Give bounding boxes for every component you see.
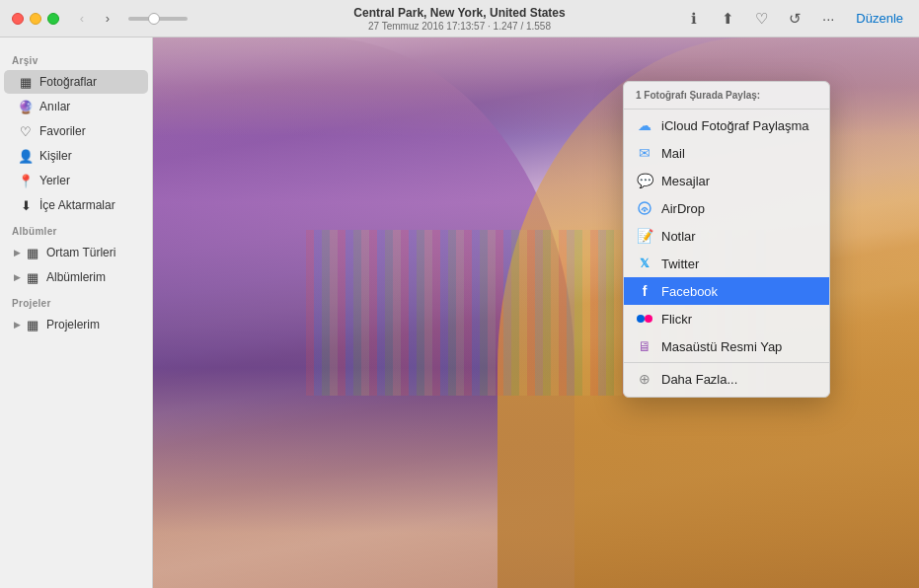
sidebar-item-label-ice-aktarmalar: İçe Aktarmalar <box>39 198 115 212</box>
menu-item-flickr[interactable]: Flickr <box>624 305 829 332</box>
sidebar-group-ortam-turleri[interactable]: ▶ ▦ Ortam Türleri <box>4 241 148 264</box>
photo-location: Central Park, New York, United States <box>353 6 565 20</box>
meta-separator: · <box>488 21 494 32</box>
more-icon[interactable]: ··· <box>814 5 842 33</box>
menu-item-label-icloud: iCloud Fotoğraf Paylaşma <box>661 118 809 133</box>
zoom-track <box>128 17 188 21</box>
sidebar-item-label-anilar: Anılar <box>39 100 70 113</box>
maximize-button[interactable] <box>47 13 59 25</box>
sidebar-group-albumlerim[interactable]: ▶ ▦ Albümlerim <box>4 265 148 289</box>
sidebar-item-ice-aktarmalar[interactable]: ⬇ İçe Aktarmalar <box>4 193 148 217</box>
section-arsiv: Arşiv <box>0 47 152 69</box>
ice-aktarmalar-icon: ⬇ <box>18 197 34 213</box>
menu-item-icloud[interactable]: ☁ iCloud Fotoğraf Paylaşma <box>624 111 829 139</box>
menu-item-notlar[interactable]: 📝 Notlar <box>624 222 829 250</box>
menu-item-label-mesajlar: Mesajlar <box>661 174 710 188</box>
sidebar-item-label-ortam: Ortam Türleri <box>46 246 115 259</box>
sidebar-item-label-kisiler: Kişiler <box>39 149 72 163</box>
chevron-ortam: ▶ <box>14 248 21 257</box>
menu-item-label-facebook: Facebook <box>661 284 718 299</box>
menu-divider-bottom <box>624 362 829 363</box>
favoriler-icon: ♡ <box>18 123 34 139</box>
photo-display-area: 1 Fotoğrafı Şurada Paylaş: ☁ iCloud Foto… <box>153 37 919 588</box>
chevron-albumlerim: ▶ <box>14 272 21 282</box>
icloud-icon: ☁ <box>636 116 653 134</box>
menu-item-airdrop[interactable]: AirDrop <box>624 194 829 222</box>
window-controls <box>0 13 59 25</box>
yerler-icon: 📍 <box>18 173 34 188</box>
menu-item-label-notlar: Notlar <box>661 229 696 244</box>
more-services-icon: ⊕ <box>636 370 653 388</box>
svg-point-1 <box>644 209 646 211</box>
menu-item-masaustu[interactable]: 🖥 Masaüstü Resmi Yap <box>624 332 829 360</box>
flickr-icon <box>636 310 653 328</box>
sidebar-item-label-favoriler: Favoriler <box>39 124 86 138</box>
zoom-slider-area[interactable] <box>128 17 188 21</box>
menu-item-label-flickr: Flickr <box>661 312 692 327</box>
info-icon[interactable]: ℹ <box>680 5 708 33</box>
main-area: Arşiv ▦ Fotoğraflar 🔮 Anılar ♡ Favoriler… <box>0 37 919 588</box>
svg-point-2 <box>637 315 645 323</box>
sidebar-item-yerler[interactable]: 📍 Yerler <box>4 169 148 192</box>
kisiler-icon: 👤 <box>18 148 34 164</box>
share-menu: 1 Fotoğrafı Şurada Paylaş: ☁ iCloud Foto… <box>623 81 830 398</box>
photo-count: 1.247 / 1.558 <box>494 21 551 32</box>
menu-item-mail[interactable]: ✉ Mail <box>624 139 829 167</box>
menu-item-mesajlar[interactable]: 💬 Mesajlar <box>624 167 829 194</box>
menu-item-daha-fazla[interactable]: ⊕ Daha Fazla... <box>624 365 829 393</box>
share-menu-title: 1 Fotoğrafı Şurada Paylaş: <box>624 86 829 107</box>
forward-button[interactable]: › <box>97 8 118 30</box>
notes-icon: 📝 <box>636 227 653 245</box>
close-button[interactable] <box>12 13 24 25</box>
sidebar-item-label-albumlerim: Albümlerim <box>46 270 106 284</box>
facebook-icon: f <box>636 282 653 300</box>
minimize-button[interactable] <box>30 13 41 25</box>
sidebar-item-label-fotograflar: Fotoğraflar <box>39 75 97 89</box>
fotograflar-icon: ▦ <box>18 74 34 90</box>
share-icon[interactable]: ⬆ <box>714 5 741 33</box>
menu-item-twitter[interactable]: 𝕏 Twitter <box>624 250 829 277</box>
menu-item-label-masaustu: Masaüstü Resmi Yap <box>661 339 782 354</box>
photo-date: 27 Temmuz 2016 17:13:57 <box>368 21 485 32</box>
rotate-icon[interactable]: ↺ <box>781 5 808 33</box>
titlebar-info: Central Park, New York, United States 27… <box>353 6 565 32</box>
mail-icon: ✉ <box>636 144 653 162</box>
menu-item-label-airdrop: AirDrop <box>661 201 705 216</box>
titlebar-actions: ℹ ⬆ ♡ ↺ ··· Düzenle <box>680 5 919 33</box>
messages-icon: 💬 <box>636 172 653 189</box>
desktop-icon: 🖥 <box>636 337 653 355</box>
section-albumler: Albümler <box>0 218 152 240</box>
ortam-icon: ▦ <box>25 245 40 260</box>
sidebar-item-label-projelerim: Projelerim <box>46 318 100 331</box>
menu-item-label-mail: Mail <box>661 146 685 161</box>
albumlerim-icon: ▦ <box>25 269 40 285</box>
sidebar-group-projelerim[interactable]: ▶ ▦ Projelerim <box>4 313 148 336</box>
twitter-icon: 𝕏 <box>636 255 653 272</box>
chevron-projelerim: ▶ <box>14 320 21 330</box>
sidebar-item-fotograflar[interactable]: ▦ Fotoğraflar <box>4 70 148 94</box>
sidebar-item-anilar[interactable]: 🔮 Anılar <box>4 95 148 118</box>
zoom-thumb[interactable] <box>148 13 160 25</box>
svg-point-3 <box>645 315 652 323</box>
edit-button[interactable]: Düzenle <box>848 9 911 28</box>
sidebar-item-favoriler[interactable]: ♡ Favoriler <box>4 119 148 143</box>
sidebar: Arşiv ▦ Fotoğraflar 🔮 Anılar ♡ Favoriler… <box>0 37 153 588</box>
airdrop-icon <box>636 199 653 217</box>
menu-item-label-daha-fazla: Daha Fazla... <box>661 372 737 387</box>
anilar-icon: 🔮 <box>18 99 34 114</box>
projelerim-icon: ▦ <box>25 317 40 332</box>
navigation-arrows: ‹ › <box>71 8 118 30</box>
photo-meta: 27 Temmuz 2016 17:13:57 · 1.247 / 1.558 <box>353 21 565 32</box>
menu-divider-top <box>624 109 829 110</box>
heart-icon[interactable]: ♡ <box>747 5 775 33</box>
menu-item-label-twitter: Twitter <box>661 257 699 271</box>
menu-item-facebook[interactable]: f Facebook <box>624 277 829 305</box>
titlebar: ‹ › Central Park, New York, United State… <box>0 0 919 37</box>
sidebar-item-kisiler[interactable]: 👤 Kişiler <box>4 144 148 168</box>
sidebar-item-label-yerler: Yerler <box>39 174 70 187</box>
section-projeler: Projeler <box>0 290 152 312</box>
back-button[interactable]: ‹ <box>71 8 93 30</box>
